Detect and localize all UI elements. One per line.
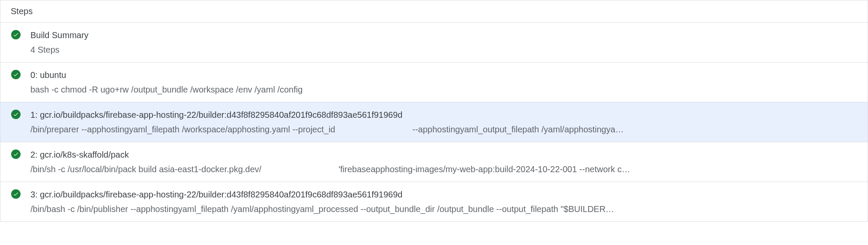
success-icon — [11, 109, 21, 120]
step-content: 2: gcr.io/k8s-skaffold/pack /bin/sh -c /… — [30, 148, 857, 176]
step-subtitle: bash -c chmod -R ugo+rw /output_bundle /… — [30, 83, 857, 96]
step-title: 1: gcr.io/buildpacks/firebase-app-hostin… — [30, 108, 857, 121]
step-subtitle-part2: 'firebaseapphosting-images/my-web-app:bu… — [338, 164, 630, 174]
build-summary-content: Build Summary 4 Steps — [30, 29, 857, 56]
step-title: 0: ubuntu — [30, 69, 857, 81]
success-icon — [11, 189, 21, 199]
build-summary-row[interactable]: Build Summary 4 Steps — [0, 23, 868, 63]
step-title: 3: gcr.io/buildpacks/firebase-app-hostin… — [30, 188, 857, 201]
step-subtitle: /bin/preparer --apphostingyaml_filepath … — [30, 123, 857, 136]
success-icon — [11, 30, 21, 40]
build-summary-title: Build Summary — [30, 29, 857, 42]
step-content: 3: gcr.io/buildpacks/firebase-app-hostin… — [30, 188, 857, 215]
step-title: 2: gcr.io/k8s-skaffold/pack — [30, 148, 857, 161]
build-summary-subtitle: 4 Steps — [30, 43, 857, 56]
steps-panel: Steps Build Summary 4 Steps 0: ubuntu ba… — [0, 0, 868, 222]
step-row-0[interactable]: 0: ubuntu bash -c chmod -R ugo+rw /outpu… — [0, 63, 868, 102]
step-subtitle-part1: /bin/preparer --apphostingyaml_filepath … — [30, 125, 335, 134]
step-row-3[interactable]: 3: gcr.io/buildpacks/firebase-app-hostin… — [0, 182, 868, 221]
steps-header-title: Steps — [11, 6, 33, 16]
step-subtitle: /bin/bash -c /bin/publisher --apphosting… — [30, 203, 857, 215]
steps-header: Steps — [0, 0, 868, 23]
success-icon — [11, 149, 21, 159]
step-content: 0: ubuntu bash -c chmod -R ugo+rw /outpu… — [30, 69, 857, 96]
step-content: 1: gcr.io/buildpacks/firebase-app-hostin… — [30, 108, 857, 136]
success-icon — [11, 69, 21, 80]
step-subtitle-part2: --apphostingyaml_output_filepath /yaml/a… — [412, 125, 624, 134]
step-subtitle: /bin/sh -c /usr/local/bin/pack build asi… — [30, 163, 857, 176]
step-row-2[interactable]: 2: gcr.io/k8s-skaffold/pack /bin/sh -c /… — [0, 142, 868, 182]
step-row-1[interactable]: 1: gcr.io/buildpacks/firebase-app-hostin… — [0, 102, 868, 142]
step-subtitle-part1: /bin/sh -c /usr/local/bin/pack build asi… — [30, 164, 261, 174]
